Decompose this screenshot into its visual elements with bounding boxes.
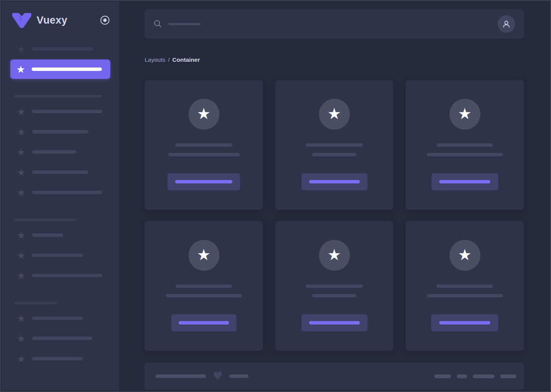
breadcrumb-parent[interactable]: Layouts bbox=[145, 56, 165, 63]
star-icon: ★ bbox=[458, 106, 472, 121]
sidebar-item[interactable]: ★ bbox=[11, 162, 110, 182]
brand-name: Vuexy bbox=[37, 14, 68, 26]
footer-card: ♥ bbox=[145, 363, 524, 390]
footer-link-placeholder bbox=[500, 374, 516, 378]
nav-section-header-placeholder bbox=[14, 302, 57, 304]
vuexy-v-logo-icon bbox=[12, 13, 31, 28]
card-button[interactable] bbox=[431, 314, 498, 331]
nav-label-placeholder bbox=[32, 110, 102, 113]
placeholder-card: ★ bbox=[275, 80, 393, 210]
card-avatar: ★ bbox=[188, 240, 219, 271]
heart-icon: ♥ bbox=[213, 370, 223, 382]
star-icon: ★ bbox=[16, 354, 26, 364]
record-circle-icon[interactable] bbox=[100, 15, 110, 25]
card-title-placeholder bbox=[437, 284, 493, 288]
star-icon: ★ bbox=[16, 251, 26, 260]
footer-text-placeholder bbox=[155, 374, 206, 378]
placeholder-card: ★ bbox=[406, 80, 524, 210]
star-icon: ★ bbox=[458, 247, 472, 262]
sidebar-item[interactable]: ★ bbox=[11, 39, 110, 59]
sidebar-item[interactable]: ★ bbox=[11, 265, 110, 286]
card-title-placeholder bbox=[175, 143, 232, 147]
sidebar-item[interactable]: ★ bbox=[11, 225, 110, 245]
placeholder-card: ★ bbox=[145, 221, 263, 351]
card-subtitle-placeholder bbox=[312, 294, 356, 297]
card-title-placeholder bbox=[306, 143, 363, 147]
sidebar-header: Vuexy bbox=[2, 2, 119, 39]
sidebar-item[interactable]: ★ bbox=[11, 328, 110, 349]
sidebar-item-active[interactable]: ★ bbox=[10, 59, 110, 79]
placeholder-card: ★ bbox=[406, 221, 524, 351]
breadcrumb: Layouts/Container bbox=[145, 56, 524, 63]
card-title-placeholder bbox=[306, 284, 363, 288]
star-icon: ★ bbox=[197, 106, 211, 121]
nav-section-header-placeholder bbox=[14, 218, 76, 221]
search-icon bbox=[153, 19, 162, 28]
card-subtitle-placeholder bbox=[312, 153, 356, 156]
card-avatar: ★ bbox=[319, 99, 350, 130]
nav-label-placeholder bbox=[32, 67, 102, 71]
star-icon: ★ bbox=[16, 127, 26, 137]
star-icon: ★ bbox=[16, 188, 26, 198]
star-icon: ★ bbox=[16, 147, 26, 157]
star-icon: ★ bbox=[16, 271, 26, 281]
placeholder-card: ★ bbox=[275, 221, 393, 351]
button-label-placeholder bbox=[439, 180, 490, 183]
card-button[interactable] bbox=[432, 173, 498, 190]
button-label-placeholder bbox=[309, 321, 360, 325]
sidebar-item[interactable]: ★ bbox=[11, 349, 110, 369]
cards-grid: ★★★★★★ bbox=[145, 80, 524, 351]
card-subtitle-placeholder bbox=[427, 294, 503, 297]
sidebar-item[interactable]: ★ bbox=[11, 308, 110, 328]
footer-link-placeholder bbox=[473, 374, 495, 378]
star-icon: ★ bbox=[16, 313, 26, 323]
nav-label-placeholder bbox=[32, 191, 102, 194]
nav-label-placeholder bbox=[32, 130, 89, 133]
nav-section-header-placeholder bbox=[14, 95, 102, 98]
button-label-placeholder bbox=[175, 180, 232, 183]
person-icon bbox=[501, 19, 511, 29]
footer-left-group: ♥ bbox=[155, 371, 248, 382]
button-label-placeholder bbox=[309, 180, 360, 183]
button-label-placeholder bbox=[439, 321, 490, 325]
card-subtitle-placeholder bbox=[427, 153, 503, 156]
card-button[interactable] bbox=[168, 173, 240, 190]
nav-label-placeholder bbox=[32, 150, 76, 154]
star-icon: ★ bbox=[327, 247, 341, 262]
placeholder-card: ★ bbox=[145, 80, 263, 210]
sidebar-item[interactable]: ★ bbox=[11, 182, 110, 202]
card-avatar: ★ bbox=[450, 99, 480, 130]
card-button[interactable] bbox=[171, 314, 237, 331]
star-icon: ★ bbox=[16, 44, 26, 54]
breadcrumb-current: Container bbox=[172, 56, 200, 63]
topbar bbox=[145, 9, 524, 39]
card-button[interactable] bbox=[301, 314, 367, 331]
card-avatar: ★ bbox=[319, 240, 350, 271]
card-button[interactable] bbox=[301, 173, 367, 190]
sidebar-item[interactable]: ★ bbox=[11, 245, 110, 265]
nav-label-placeholder bbox=[32, 316, 83, 320]
footer-link-placeholder bbox=[434, 374, 451, 378]
star-icon: ★ bbox=[16, 64, 26, 74]
nav-label-placeholder bbox=[32, 47, 93, 51]
card-avatar: ★ bbox=[188, 99, 219, 130]
card-title-placeholder bbox=[176, 284, 232, 288]
sidebar: Vuexy ★★★★★★★★★★★★★ bbox=[2, 2, 119, 390]
nav-label-placeholder bbox=[32, 170, 88, 174]
sidebar-item[interactable]: ★ bbox=[11, 101, 110, 122]
breadcrumb-separator: / bbox=[168, 56, 169, 63]
sidebar-item[interactable]: ★ bbox=[11, 142, 110, 162]
nav-label-placeholder bbox=[32, 274, 102, 277]
search-input-placeholder[interactable] bbox=[168, 23, 201, 25]
card-title-placeholder bbox=[437, 143, 493, 147]
sidebar-item[interactable]: ★ bbox=[11, 122, 110, 142]
main-content: Layouts/Container ★★★★★★ ♥ bbox=[119, 2, 549, 390]
nav-label-placeholder bbox=[32, 233, 63, 237]
nav-label-placeholder bbox=[32, 254, 83, 257]
user-avatar-button[interactable] bbox=[498, 15, 515, 33]
nav-label-placeholder bbox=[32, 357, 83, 360]
sidebar-nav: ★★★★★★★★★★★★★ bbox=[2, 39, 119, 369]
nav-label-placeholder bbox=[32, 337, 92, 340]
button-label-placeholder bbox=[179, 321, 229, 325]
card-avatar: ★ bbox=[450, 240, 480, 271]
